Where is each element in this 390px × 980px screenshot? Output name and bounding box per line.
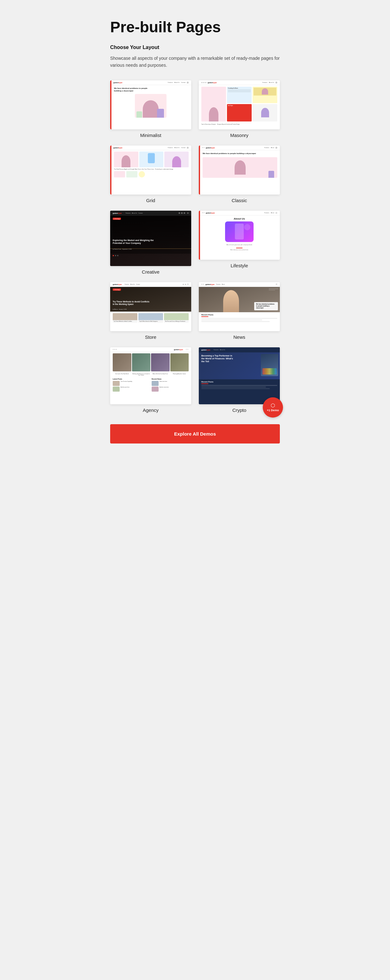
demo-thumb-minimalist[interactable]: gutentype Features About Us Contact We f… bbox=[110, 80, 191, 129]
chart-bar bbox=[262, 368, 277, 375]
thumb-nav-link: About Us bbox=[174, 147, 179, 148]
thumb-nav-link: About bbox=[271, 212, 274, 213]
masonry-grid: Counting the News Hot Topic bbox=[199, 85, 280, 123]
demos-row-2: gutentype Features About Us Contact bbox=[110, 145, 280, 203]
demo-thumb-agency[interactable]: gutentype Get Lost In The Real World Wor… bbox=[110, 347, 191, 404]
thumb-nav-links: Features About Us Contact bbox=[168, 82, 185, 83]
thumb-inner-lifestyle: gutentype Features About About Us bbox=[199, 211, 280, 260]
news-link: Features bbox=[216, 284, 221, 285]
demo-thumb-masonry[interactable]: gutentype Features About Us Coun bbox=[199, 80, 280, 129]
post-row: Another news item bbox=[152, 387, 189, 391]
demo-item-masonry[interactable]: gutentype Features About Us Coun bbox=[199, 80, 280, 138]
demos-row-creative-lifestyle: gutentype Features About Us Contact bbox=[110, 211, 280, 275]
post-img bbox=[152, 387, 158, 391]
social-icons bbox=[179, 212, 189, 214]
store-link: Contact bbox=[136, 284, 140, 285]
store-card: Top 8 Office Ideas for Web Designers bbox=[138, 313, 163, 323]
social-icon bbox=[181, 212, 183, 214]
thumb-nav-links: Features About bbox=[264, 147, 274, 148]
social-icon bbox=[179, 212, 180, 214]
thumb-nav: gutentype Features About Us Contact bbox=[110, 80, 191, 85]
grid-card bbox=[139, 151, 164, 167]
demo-thumb-grid[interactable]: gutentype Features About Us Contact bbox=[110, 145, 191, 194]
demo-item-grid[interactable]: gutentype Features About Us Contact bbox=[110, 145, 191, 203]
thumb-nav-link: About bbox=[271, 147, 274, 148]
photo-cell bbox=[170, 353, 189, 371]
post-text: Another post here bbox=[121, 387, 129, 391]
demo-item-news[interactable]: gutentype Features About bbox=[199, 282, 280, 340]
thumb-nav-links: Features About bbox=[264, 212, 274, 213]
demo-label-agency: Agency bbox=[143, 407, 158, 413]
demo-thumb-classic[interactable]: gutentype Features About We face identic… bbox=[199, 145, 280, 194]
nav-dot bbox=[202, 212, 203, 213]
thumb-nav-icon bbox=[187, 82, 189, 84]
crypto-post-line bbox=[201, 388, 270, 389]
creative-title: Exploring the Market and Weighing the Po… bbox=[113, 239, 160, 245]
masonry-cell bbox=[201, 87, 226, 121]
news-posts bbox=[199, 318, 280, 322]
lifestyle-text2: More about us text content here bbox=[199, 248, 280, 251]
demo-thumb-news[interactable]: gutentype Features About bbox=[199, 282, 280, 331]
demo-thumb-store[interactable]: gutentype Features About Us Contact bbox=[110, 282, 191, 331]
thumb-logo: gutentype bbox=[113, 82, 123, 84]
store-logo: gutentype bbox=[113, 283, 122, 285]
demo-item-store[interactable]: gutentype Features About Us Contact bbox=[110, 282, 191, 340]
thumb-nav-link: Features bbox=[264, 212, 269, 213]
nav-dots bbox=[201, 284, 204, 285]
crypto-hero-title: Becoming a Top Performer in the World of… bbox=[201, 354, 235, 363]
nav-dot bbox=[203, 147, 205, 148]
news-hero: We face identical problems to people bui… bbox=[199, 287, 280, 312]
nav-dots bbox=[202, 147, 205, 148]
plus-one-text: +1 Demo bbox=[267, 409, 279, 412]
circle-deco bbox=[244, 224, 250, 230]
demo-item-classic[interactable]: gutentype Features About We face identic… bbox=[199, 145, 280, 203]
thumb-logo: gutentype bbox=[206, 212, 215, 214]
card-text: Hot Topic bbox=[228, 105, 251, 106]
page-title: Pre-built Pages bbox=[110, 19, 280, 36]
demo-thumb-lifestyle[interactable]: gutentype Features About About Us bbox=[199, 211, 280, 260]
thumb-nav-links: Features About Us Contact bbox=[168, 147, 185, 148]
thumb-logo: gutentype bbox=[113, 147, 123, 149]
demo-item-lifestyle[interactable]: gutentype Features About About Us bbox=[199, 211, 280, 275]
crypto-posts bbox=[199, 385, 280, 389]
page-subtitle: Choose Your Layout bbox=[110, 45, 280, 50]
plus-one-demo-badge[interactable]: ⬡ +1 Demo bbox=[263, 397, 283, 418]
post-img bbox=[113, 387, 120, 391]
news-logo: gutentype bbox=[205, 283, 215, 285]
figure bbox=[261, 108, 269, 117]
flowers bbox=[157, 109, 164, 118]
city-deco bbox=[269, 288, 278, 290]
thumb-nav-link: Contact bbox=[181, 82, 185, 83]
creative-author: by Patricia Foster · September 3, 2019 bbox=[113, 249, 132, 250]
post-text: Your Product Capability bbox=[121, 381, 132, 386]
demo-item-minimalist[interactable]: gutentype Features About Us Contact We f… bbox=[110, 80, 191, 138]
agency-latest-posts: Latest Posts Your Product Capability Ano… bbox=[113, 378, 150, 391]
classic-hero bbox=[203, 157, 277, 178]
dot bbox=[115, 255, 116, 256]
demo-item-agency[interactable]: gutentype Get Lost In The Real World Wor… bbox=[110, 347, 191, 413]
news-nav: gutentype Features About bbox=[199, 282, 280, 287]
store-card-img bbox=[113, 313, 137, 320]
creative-badge: # Strategy bbox=[113, 218, 121, 220]
photo-labels: Get Lost In The Real World Working with … bbox=[110, 373, 191, 376]
store-cards: Try These Methods to Avoid Conflicts Top… bbox=[110, 312, 191, 323]
store-card-text: The Pros and Cons of Being a Freelancer bbox=[164, 320, 189, 323]
store-card: The Pros and Cons of Being a Freelancer bbox=[164, 313, 189, 323]
post-img bbox=[152, 381, 158, 386]
agency-nav: gutentype bbox=[110, 347, 191, 352]
thumb-inner-classic: gutentype Features About We face identic… bbox=[199, 145, 280, 194]
demo-item-creative[interactable]: gutentype Features About Us Contact bbox=[110, 211, 191, 275]
agency-logo: gutentype bbox=[174, 348, 183, 350]
thumb-hero-text: We face identical problems to peoplebuil… bbox=[110, 85, 191, 93]
demo-thumb-crypto[interactable]: gutentype Features About Us Becoming a T… bbox=[199, 347, 280, 404]
masonry-cell: Counting the News bbox=[227, 87, 252, 103]
store-link: About Us bbox=[130, 284, 135, 285]
store-card-text: Try These Methods to Avoid Conflicts bbox=[113, 320, 137, 323]
creative-dots bbox=[110, 254, 191, 258]
explore-all-demos-button[interactable]: Explore All Demos bbox=[110, 424, 280, 444]
thumb-nav: gutentype Features About bbox=[199, 211, 280, 215]
bottom-card bbox=[126, 171, 137, 177]
page-wrapper: Pre-built Pages Choose Your Layout Showc… bbox=[98, 0, 292, 463]
demo-item-crypto[interactable]: gutentype Features About Us Becoming a T… bbox=[199, 347, 280, 413]
demo-thumb-creative[interactable]: gutentype Features About Us Contact bbox=[110, 211, 191, 266]
